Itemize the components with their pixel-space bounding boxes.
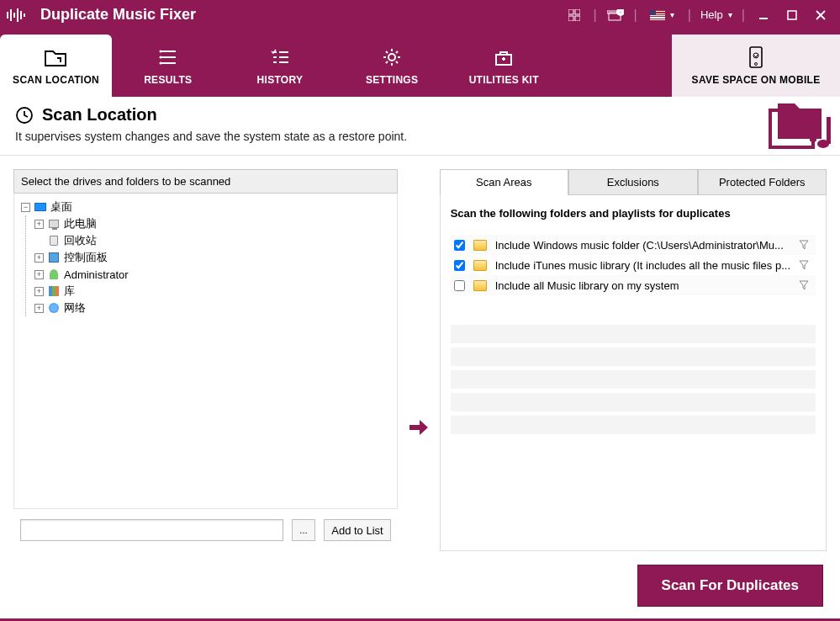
filter-icon[interactable] — [799, 240, 812, 250]
tab-save-space-mobile[interactable]: SAVE SPACE ON MOBILE — [672, 34, 840, 97]
tab-label: HISTORY — [257, 74, 304, 86]
scan-for-duplicates-button[interactable]: Scan For Duplicates — [637, 565, 823, 607]
svg-rect-14 — [759, 18, 768, 19]
page-subtitle: It supervises system changes and save th… — [15, 130, 825, 143]
filter-icon[interactable] — [799, 260, 812, 270]
empty-slot — [451, 393, 816, 411]
arrow-right-icon — [408, 418, 430, 437]
tab-protected-folders[interactable]: Protected Folders — [698, 169, 827, 195]
tree-label: 控制面板 — [64, 250, 108, 265]
browse-button[interactable]: ... — [292, 519, 315, 541]
tree-expand-icon[interactable]: + — [34, 253, 44, 263]
svg-text:-: - — [620, 9, 621, 14]
left-panel-title: Select the drives and folders to be scan… — [13, 169, 398, 194]
svg-rect-15 — [788, 11, 796, 19]
empty-slot — [451, 370, 816, 389]
main-area: Select the drives and folders to be scan… — [0, 156, 840, 565]
scan-areas-header: Scan the following folders and playlists… — [451, 207, 816, 220]
include-checkbox[interactable] — [454, 260, 465, 271]
svg-rect-7 — [575, 9, 580, 14]
svg-rect-4 — [20, 11, 22, 19]
tree-expand-icon[interactable]: + — [34, 304, 44, 313]
folder-scan-icon — [44, 45, 69, 69]
include-checkbox[interactable] — [454, 280, 465, 291]
help-menu[interactable]: Help ▾ — [697, 3, 736, 27]
header-graphic-icon — [766, 100, 833, 154]
tree-expand-icon[interactable]: + — [34, 270, 44, 279]
tree-label: 回收站 — [64, 233, 97, 248]
tree-label: Administrator — [64, 268, 129, 281]
tree-node[interactable]: +Administrator — [26, 266, 394, 283]
scan-area-row: Include Windows music folder (C:\Users\A… — [451, 235, 816, 255]
titlebar: Duplicate Music Fixer | - | ▾ | Help ▾ | — [0, 0, 840, 29]
lib-icon — [49, 286, 59, 296]
main-tabs: SCAN LOCATION RESULTS HISTORY SETTINGS U… — [0, 29, 840, 97]
tree-expand-icon[interactable]: + — [34, 220, 44, 229]
tab-label: RESULTS — [144, 74, 192, 86]
recycle-icon — [50, 236, 58, 246]
cp-icon — [49, 252, 59, 263]
svg-rect-31 — [827, 117, 831, 144]
folder-icon — [473, 260, 487, 271]
tree-label: 库 — [64, 284, 75, 299]
tree-node[interactable]: +此电脑 — [26, 215, 394, 232]
add-to-list-button[interactable]: Add to List — [324, 519, 391, 541]
logo-icon — [7, 8, 25, 23]
flag-us-icon — [650, 10, 665, 20]
svg-rect-1 — [10, 9, 12, 21]
maximize-button[interactable] — [779, 3, 805, 27]
tab-history[interactable]: HISTORY — [224, 34, 335, 97]
results-icon — [158, 45, 178, 69]
tree-node[interactable]: +网络 — [26, 300, 394, 316]
svg-rect-6 — [568, 9, 573, 14]
right-panel: Scan Areas Exclusions Protected Folders … — [440, 169, 827, 551]
tree-label: 网络 — [64, 300, 86, 316]
folder-icon — [473, 280, 487, 291]
scan-area-label: Include iTunes music library (It include… — [495, 259, 790, 272]
tab-label: SCAN LOCATION — [13, 74, 99, 86]
tab-scan-areas[interactable]: Scan Areas — [440, 169, 568, 195]
net-icon — [49, 303, 59, 313]
tab-results[interactable]: RESULTS — [112, 34, 224, 97]
tab-label: UTILITIES KIT — [469, 74, 539, 86]
grid-icon[interactable] — [562, 3, 587, 27]
tree-label: 桌面 — [50, 199, 72, 215]
page-header: Scan Location It supervises system chang… — [0, 97, 840, 156]
language-selector[interactable]: ▾ — [643, 3, 682, 27]
tree-node[interactable]: 回收站 — [26, 232, 394, 249]
filter-icon[interactable] — [799, 280, 812, 290]
tab-utilities[interactable]: UTILITIES KIT — [448, 34, 560, 97]
help-label: Help — [700, 8, 723, 21]
close-button[interactable] — [808, 3, 833, 27]
svg-rect-2 — [13, 13, 15, 18]
empty-slot — [451, 348, 816, 366]
svg-point-27 — [755, 63, 758, 66]
tree-collapse-icon[interactable]: − — [21, 203, 30, 212]
user-icon — [50, 269, 58, 279]
folder-icon — [473, 240, 487, 251]
tree-node-root[interactable]: − 桌面 — [18, 199, 394, 215]
svg-point-19 — [159, 50, 161, 53]
utilities-icon — [493, 45, 515, 69]
tree-node[interactable]: +库 — [26, 283, 394, 300]
minimize-button[interactable] — [751, 3, 776, 27]
tab-scan-location[interactable]: SCAN LOCATION — [0, 34, 112, 97]
app-logo: Duplicate Music Fixer — [7, 6, 196, 24]
scan-area-row: Include all Music library on my system — [451, 275, 816, 295]
tree-node[interactable]: +控制面板 — [26, 249, 394, 266]
svg-point-20 — [159, 56, 161, 59]
folder-tree[interactable]: − 桌面 +此电脑回收站+控制面板+Administrator+库+网络 — [13, 194, 398, 509]
history-icon — [270, 45, 290, 69]
left-panel: Select the drives and folders to be scan… — [13, 169, 398, 551]
path-input[interactable] — [20, 519, 283, 541]
scan-area-label: Include Windows music folder (C:\Users\A… — [495, 239, 790, 252]
empty-slot — [451, 416, 816, 434]
tree-expand-icon[interactable]: + — [34, 287, 44, 296]
tree-label: 此电脑 — [64, 216, 97, 231]
svg-rect-0 — [7, 12, 8, 19]
gift-icon[interactable]: - — [603, 3, 628, 27]
svg-point-21 — [159, 62, 161, 65]
include-checkbox[interactable] — [454, 240, 465, 251]
tab-exclusions[interactable]: Exclusions — [568, 169, 697, 195]
tab-settings[interactable]: SETTINGS — [336, 34, 448, 97]
